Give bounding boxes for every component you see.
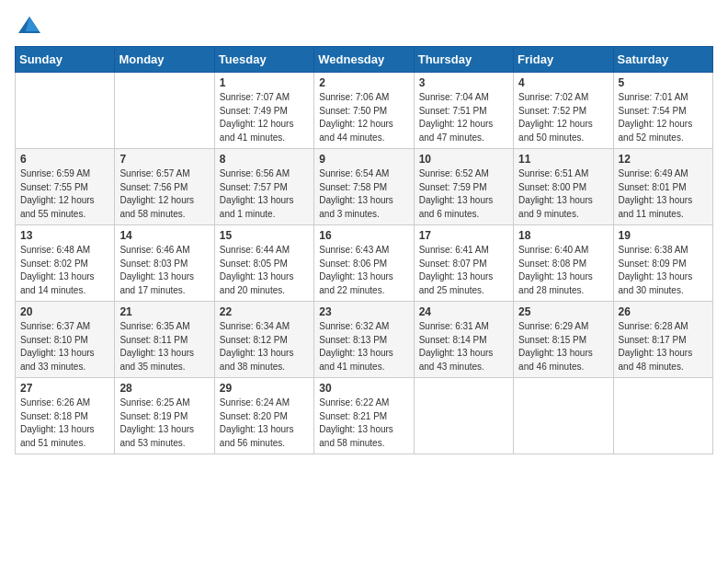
day-number: 28 <box>119 382 209 395</box>
calendar-cell: 5Sunrise: 7:01 AMSunset: 7:54 PMDaylight… <box>613 73 712 149</box>
day-number: 10 <box>419 153 508 166</box>
day-number: 16 <box>319 229 408 242</box>
day-number: 17 <box>419 229 508 242</box>
day-info: Sunrise: 6:24 AMSunset: 8:20 PMDaylight:… <box>220 396 309 450</box>
day-number: 29 <box>220 382 309 395</box>
day-number: 23 <box>319 305 408 318</box>
calendar-cell: 15Sunrise: 6:44 AMSunset: 8:05 PMDayligh… <box>214 225 313 302</box>
calendar-week-row: 20Sunrise: 6:37 AMSunset: 8:10 PMDayligh… <box>16 302 713 378</box>
day-info: Sunrise: 6:57 AMSunset: 7:56 PMDaylight:… <box>119 167 209 221</box>
day-number: 2 <box>319 76 408 89</box>
day-number: 8 <box>220 153 309 166</box>
calendar-cell: 3Sunrise: 7:04 AMSunset: 7:51 PMDaylight… <box>414 73 513 149</box>
day-info: Sunrise: 6:54 AMSunset: 7:58 PMDaylight:… <box>319 167 408 221</box>
day-number: 11 <box>518 153 608 166</box>
calendar-cell <box>414 378 513 454</box>
day-number: 20 <box>20 305 109 318</box>
calendar-cell: 8Sunrise: 6:56 AMSunset: 7:57 PMDaylight… <box>214 149 313 225</box>
calendar-cell: 28Sunrise: 6:25 AMSunset: 8:19 PMDayligh… <box>115 378 214 454</box>
calendar-cell: 10Sunrise: 6:52 AMSunset: 7:59 PMDayligh… <box>414 149 513 225</box>
day-number: 14 <box>119 229 209 242</box>
weekday-header-thursday: Thursday <box>414 47 513 73</box>
calendar-cell: 23Sunrise: 6:32 AMSunset: 8:13 PMDayligh… <box>314 302 414 378</box>
calendar-cell: 21Sunrise: 6:35 AMSunset: 8:11 PMDayligh… <box>115 302 214 378</box>
calendar-cell: 11Sunrise: 6:51 AMSunset: 8:00 PMDayligh… <box>514 149 613 225</box>
calendar-cell <box>514 378 613 454</box>
day-number: 3 <box>419 76 508 89</box>
day-info: Sunrise: 6:41 AMSunset: 8:07 PMDaylight:… <box>419 244 508 297</box>
calendar-cell: 20Sunrise: 6:37 AMSunset: 8:10 PMDayligh… <box>16 302 115 378</box>
weekday-header-friday: Friday <box>514 47 613 73</box>
day-info: Sunrise: 7:06 AMSunset: 7:50 PMDaylight:… <box>319 91 408 144</box>
calendar-cell: 16Sunrise: 6:43 AMSunset: 8:06 PMDayligh… <box>314 225 414 302</box>
calendar-week-row: 13Sunrise: 6:48 AMSunset: 8:02 PMDayligh… <box>16 225 713 302</box>
calendar-cell: 25Sunrise: 6:29 AMSunset: 8:15 PMDayligh… <box>514 302 613 378</box>
day-number: 9 <box>319 153 408 166</box>
calendar-cell: 2Sunrise: 7:06 AMSunset: 7:50 PMDaylight… <box>314 73 414 149</box>
day-info: Sunrise: 7:01 AMSunset: 7:54 PMDaylight:… <box>619 91 708 144</box>
day-info: Sunrise: 6:56 AMSunset: 7:57 PMDaylight:… <box>220 167 309 221</box>
day-info: Sunrise: 6:59 AMSunset: 7:55 PMDaylight:… <box>20 167 109 221</box>
calendar-cell: 22Sunrise: 6:34 AMSunset: 8:12 PMDayligh… <box>214 302 313 378</box>
day-number: 30 <box>319 382 408 395</box>
calendar-cell: 13Sunrise: 6:48 AMSunset: 8:02 PMDayligh… <box>16 225 115 302</box>
day-number: 18 <box>518 229 608 242</box>
day-info: Sunrise: 7:07 AMSunset: 7:49 PMDaylight:… <box>220 91 309 144</box>
calendar-cell: 19Sunrise: 6:38 AMSunset: 8:09 PMDayligh… <box>613 225 712 302</box>
day-info: Sunrise: 6:46 AMSunset: 8:03 PMDaylight:… <box>119 244 209 297</box>
calendar-week-row: 1Sunrise: 7:07 AMSunset: 7:49 PMDaylight… <box>16 73 713 149</box>
calendar-week-row: 6Sunrise: 6:59 AMSunset: 7:55 PMDaylight… <box>16 149 713 225</box>
day-info: Sunrise: 6:26 AMSunset: 8:18 PMDaylight:… <box>20 396 109 450</box>
weekday-header-sunday: Sunday <box>16 47 115 73</box>
calendar-cell: 24Sunrise: 6:31 AMSunset: 8:14 PMDayligh… <box>414 302 513 378</box>
calendar-week-row: 27Sunrise: 6:26 AMSunset: 8:18 PMDayligh… <box>16 378 713 454</box>
page-header <box>15 15 713 35</box>
calendar-cell <box>115 73 214 149</box>
calendar-cell: 9Sunrise: 6:54 AMSunset: 7:58 PMDaylight… <box>314 149 414 225</box>
day-info: Sunrise: 6:32 AMSunset: 8:13 PMDaylight:… <box>319 320 408 373</box>
calendar-header-row: SundayMondayTuesdayWednesdayThursdayFrid… <box>16 47 713 73</box>
day-info: Sunrise: 6:51 AMSunset: 8:00 PMDaylight:… <box>518 167 608 221</box>
day-info: Sunrise: 6:25 AMSunset: 8:19 PMDaylight:… <box>119 396 209 450</box>
calendar-cell: 30Sunrise: 6:22 AMSunset: 8:21 PMDayligh… <box>314 378 414 454</box>
calendar-cell: 14Sunrise: 6:46 AMSunset: 8:03 PMDayligh… <box>115 225 214 302</box>
day-number: 15 <box>220 229 309 242</box>
calendar-cell: 17Sunrise: 6:41 AMSunset: 8:07 PMDayligh… <box>414 225 513 302</box>
day-info: Sunrise: 6:40 AMSunset: 8:08 PMDaylight:… <box>518 244 608 297</box>
day-info: Sunrise: 6:22 AMSunset: 8:21 PMDaylight:… <box>319 396 408 450</box>
day-number: 22 <box>220 305 309 318</box>
calendar-cell: 18Sunrise: 6:40 AMSunset: 8:08 PMDayligh… <box>514 225 613 302</box>
day-info: Sunrise: 6:48 AMSunset: 8:02 PMDaylight:… <box>20 244 109 297</box>
day-info: Sunrise: 6:52 AMSunset: 7:59 PMDaylight:… <box>419 167 508 221</box>
day-info: Sunrise: 6:44 AMSunset: 8:05 PMDaylight:… <box>220 244 309 297</box>
day-info: Sunrise: 6:38 AMSunset: 8:09 PMDaylight:… <box>619 244 708 297</box>
day-number: 12 <box>619 153 708 166</box>
day-number: 27 <box>20 382 109 395</box>
weekday-header-wednesday: Wednesday <box>314 47 414 73</box>
calendar-cell: 29Sunrise: 6:24 AMSunset: 8:20 PMDayligh… <box>214 378 313 454</box>
day-number: 1 <box>220 76 309 89</box>
day-info: Sunrise: 6:37 AMSunset: 8:10 PMDaylight:… <box>20 320 109 373</box>
calendar-cell: 6Sunrise: 6:59 AMSunset: 7:55 PMDaylight… <box>16 149 115 225</box>
calendar-cell: 4Sunrise: 7:02 AMSunset: 7:52 PMDaylight… <box>514 73 613 149</box>
day-info: Sunrise: 6:35 AMSunset: 8:11 PMDaylight:… <box>119 320 209 373</box>
weekday-header-monday: Monday <box>115 47 214 73</box>
day-info: Sunrise: 6:28 AMSunset: 8:17 PMDaylight:… <box>619 320 708 373</box>
calendar-cell: 26Sunrise: 6:28 AMSunset: 8:17 PMDayligh… <box>613 302 712 378</box>
weekday-header-tuesday: Tuesday <box>214 47 313 73</box>
day-info: Sunrise: 6:29 AMSunset: 8:15 PMDaylight:… <box>518 320 608 373</box>
logo-icon <box>17 15 42 35</box>
day-number: 4 <box>518 76 608 89</box>
calendar-cell <box>613 378 712 454</box>
day-number: 21 <box>119 305 209 318</box>
day-info: Sunrise: 7:02 AMSunset: 7:52 PMDaylight:… <box>518 91 608 144</box>
day-info: Sunrise: 6:43 AMSunset: 8:06 PMDaylight:… <box>319 244 408 297</box>
day-number: 13 <box>20 229 109 242</box>
calendar-cell: 12Sunrise: 6:49 AMSunset: 8:01 PMDayligh… <box>613 149 712 225</box>
weekday-header-saturday: Saturday <box>613 47 712 73</box>
logo <box>15 15 46 35</box>
day-number: 6 <box>20 153 109 166</box>
day-number: 24 <box>419 305 508 318</box>
day-number: 7 <box>119 153 209 166</box>
calendar-cell <box>16 73 115 149</box>
